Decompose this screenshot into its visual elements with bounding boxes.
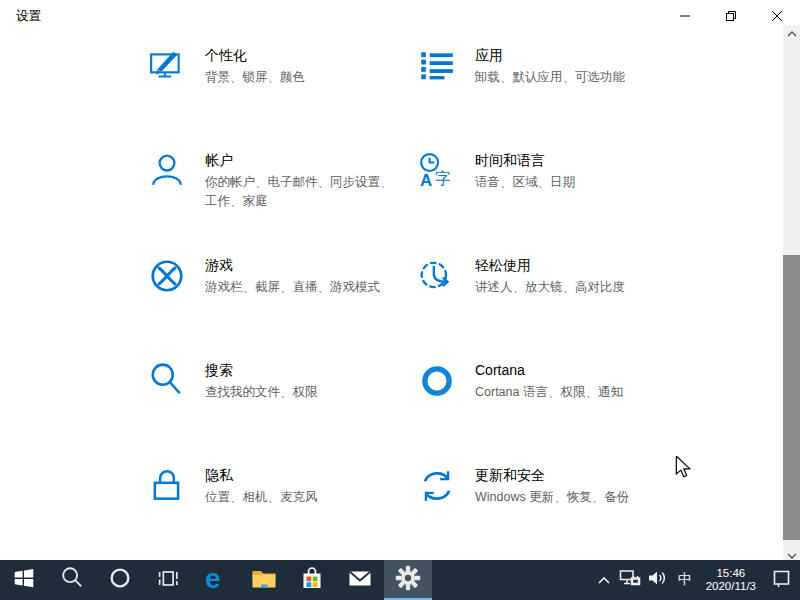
accounts-icon xyxy=(148,152,188,192)
settings-tile-time-language[interactable]: A 字 时间和语言 语音、区域、日期 xyxy=(418,149,680,245)
cortana-icon xyxy=(418,362,458,402)
lang-zi-glyph: 字 xyxy=(435,170,451,187)
settings-tile-gaming[interactable]: 游戏 游戏栏、截屏、直播、游戏模式 xyxy=(148,254,410,350)
close-icon xyxy=(771,10,783,22)
tile-subtitle: 语音、区域、日期 xyxy=(475,173,671,192)
tile-subtitle: Windows 更新、恢复、备份 xyxy=(475,488,671,507)
chevron-up-icon xyxy=(597,571,611,589)
restore-icon xyxy=(725,10,737,22)
tray-show-hidden-icons-button[interactable] xyxy=(592,560,616,600)
tile-title: 个性化 xyxy=(205,45,401,65)
tile-title: 帐户 xyxy=(205,150,401,170)
taskbar-search-button[interactable] xyxy=(48,560,96,600)
tray-clock[interactable]: 15:46 2020/11/3 xyxy=(698,560,764,600)
tile-subtitle: 查找我的文件、权限 xyxy=(205,383,401,402)
mail-icon xyxy=(346,564,374,596)
settings-tile-apps[interactable]: 应用 卸载、默认应用、可选功能 xyxy=(418,44,680,140)
speaker-icon xyxy=(647,569,668,591)
tile-subtitle: 背景、锁屏、颜色 xyxy=(205,68,401,87)
tile-subtitle: 讲述人、放大镜、高对比度 xyxy=(475,278,671,297)
scroll-up-arrow[interactable] xyxy=(783,26,800,41)
tile-title: 游戏 xyxy=(205,255,401,275)
file-explorer-icon xyxy=(250,564,278,596)
tile-subtitle: Cortana 语言、权限、通知 xyxy=(475,383,671,402)
taskbar-cortana-icon xyxy=(107,565,133,595)
minimize-icon xyxy=(679,10,691,22)
settings-tile-cortana[interactable]: Cortana Cortana 语言、权限、通知 xyxy=(418,359,680,455)
tray-action-center-button[interactable] xyxy=(764,560,800,600)
settings-tile-update-security[interactable]: 更新和安全 Windows 更新、恢复、备份 xyxy=(418,464,680,560)
tile-subtitle: 游戏栏、截屏、直播、游戏模式 xyxy=(205,278,401,297)
settings-gear-icon xyxy=(394,564,422,596)
store-icon xyxy=(298,564,326,596)
restore-button[interactable] xyxy=(708,0,754,32)
settings-tile-search[interactable]: 搜索 查找我的文件、权限 xyxy=(148,359,410,455)
system-tray: 中 15:46 2020/11/3 xyxy=(592,560,800,600)
tile-title: 搜索 xyxy=(205,360,401,380)
scrollbar[interactable] xyxy=(783,26,800,563)
settings-tile-accounts[interactable]: 帐户 你的帐户、电子邮件、同步设置、工作、家庭 xyxy=(148,149,410,245)
tray-date: 2020/11/3 xyxy=(706,580,756,593)
settings-tile-privacy[interactable]: 隐私 位置、相机、麦克风 xyxy=(148,464,410,560)
taskbar-edge-button[interactable]: e xyxy=(192,560,240,600)
network-icon xyxy=(619,569,641,591)
lang-a-glyph: A xyxy=(420,171,432,190)
taskbar-cortana-button[interactable] xyxy=(96,560,144,600)
taskbar-settings-button[interactable] xyxy=(384,560,432,600)
personalization-icon xyxy=(148,47,188,87)
edge-icon: e xyxy=(201,563,231,597)
mouse-cursor xyxy=(674,456,692,484)
time-language-icon: A 字 xyxy=(418,152,458,192)
start-icon xyxy=(11,565,37,595)
update-security-icon xyxy=(418,467,458,507)
action-center-icon xyxy=(772,569,792,592)
taskbar-file-explorer-button[interactable] xyxy=(240,560,288,600)
tile-title: 轻松使用 xyxy=(475,255,671,275)
privacy-icon xyxy=(148,467,188,507)
taskbar-search-icon xyxy=(59,565,85,595)
search-icon xyxy=(148,362,188,402)
tile-subtitle: 你的帐户、电子邮件、同步设置、工作、家庭 xyxy=(205,173,401,211)
tray-time: 15:46 xyxy=(706,567,756,580)
tile-title: 更新和安全 xyxy=(475,465,671,485)
ease-of-access-icon xyxy=(418,257,458,297)
taskbar-task-view-button[interactable] xyxy=(144,560,192,600)
scrollbar-thumb[interactable] xyxy=(783,255,800,540)
taskbar-store-button[interactable] xyxy=(288,560,336,600)
settings-window: 设置 个性化 背景、锁屏、颜色 xyxy=(0,0,800,600)
tile-title: Cortana xyxy=(475,360,671,380)
taskbar-mail-button[interactable] xyxy=(336,560,384,600)
minimize-button[interactable] xyxy=(662,0,708,32)
tray-network-button[interactable] xyxy=(616,560,644,600)
tile-subtitle: 位置、相机、麦克风 xyxy=(205,488,401,507)
settings-tile-personalization[interactable]: 个性化 背景、锁屏、颜色 xyxy=(148,44,410,140)
taskbar-start-button[interactable] xyxy=(0,560,48,600)
tile-title: 应用 xyxy=(475,45,671,65)
task-view-icon xyxy=(155,565,181,595)
tray-ime-indicator[interactable]: 中 xyxy=(672,560,698,600)
window-title: 设置 xyxy=(16,8,41,25)
tile-subtitle: 卸载、默认应用、可选功能 xyxy=(475,68,671,87)
apps-icon xyxy=(418,47,458,87)
tile-title: 隐私 xyxy=(205,465,401,485)
settings-tile-ease-of-access[interactable]: 轻松使用 讲述人、放大镜、高对比度 xyxy=(418,254,680,350)
tray-volume-button[interactable] xyxy=(644,560,672,600)
gaming-icon xyxy=(148,257,188,297)
edge-glyph: e xyxy=(205,563,221,593)
taskbar: e xyxy=(0,560,800,600)
title-bar: 设置 xyxy=(0,0,800,32)
tile-title: 时间和语言 xyxy=(475,150,671,170)
